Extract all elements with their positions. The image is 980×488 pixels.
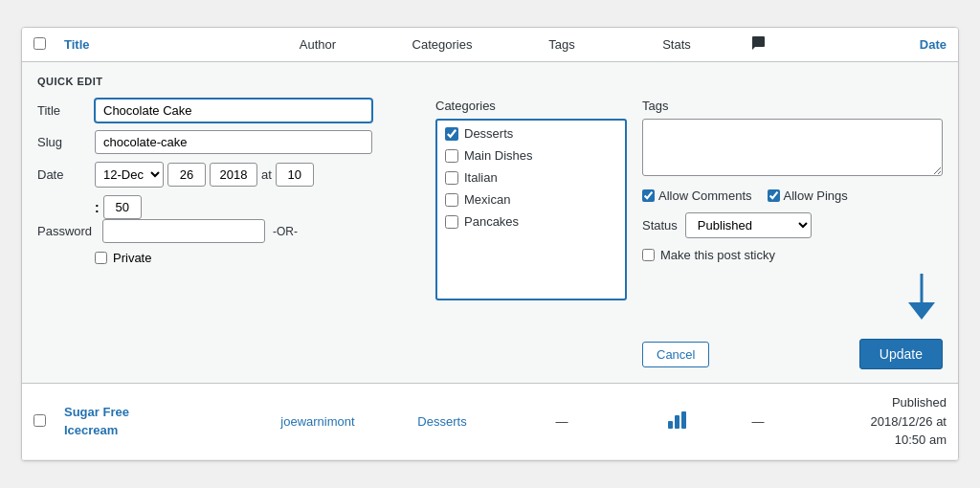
allow-comments-text: Allow Comments xyxy=(658,189,752,203)
qe-colon: : xyxy=(95,200,100,215)
cat-desserts-label[interactable]: Desserts xyxy=(464,126,513,141)
col-comment-icon xyxy=(734,35,782,54)
qe-minute-input[interactable] xyxy=(103,195,142,219)
qe-right-col: Tags Allow Comments Allow Pings Status xyxy=(642,99,943,369)
allow-pings-text: Allow Pings xyxy=(784,189,848,203)
post-title-line1: Sugar Free xyxy=(64,405,129,419)
allow-comments-label[interactable]: Allow Comments xyxy=(642,189,752,203)
arrow-container xyxy=(642,274,943,320)
cat-mexican-label[interactable]: Mexican xyxy=(464,192,510,207)
post-select-checkbox[interactable] xyxy=(33,414,46,427)
category-item-main-dishes[interactable]: Main Dishes xyxy=(445,148,617,163)
qe-hour-input[interactable] xyxy=(276,163,314,187)
qe-status-row: Status Published Draft Pending Review xyxy=(642,212,943,238)
col-date[interactable]: Date xyxy=(920,37,947,52)
qe-date-field: Date 12-Dec at xyxy=(37,162,420,188)
col-title[interactable]: Title xyxy=(64,37,256,52)
post-title-line2: Icecream xyxy=(64,423,118,437)
cat-pancakes-checkbox[interactable] xyxy=(445,215,458,229)
category-item-pancakes[interactable]: Pancakes xyxy=(445,214,617,229)
post-row-comment: — xyxy=(734,414,782,429)
post-date-line2: 2018/12/26 at xyxy=(870,414,947,429)
category-item-italian[interactable]: Italian xyxy=(445,170,617,185)
qe-month-select[interactable]: 12-Dec xyxy=(95,162,164,188)
stats-bar-1 xyxy=(668,421,673,429)
qe-slug-field: Slug xyxy=(37,130,420,154)
allow-comments-checkbox[interactable] xyxy=(642,189,655,202)
qe-title-label: Title xyxy=(37,103,95,118)
stats-bar-3 xyxy=(681,411,686,429)
svg-marker-1 xyxy=(908,302,935,320)
qe-actions-row: Cancel Update xyxy=(642,331,943,369)
qe-day-input[interactable] xyxy=(167,163,206,187)
post-date-line3: 10:50 am xyxy=(895,433,947,447)
qe-date-label: Date xyxy=(37,167,95,182)
stats-bar-2 xyxy=(675,415,679,429)
post-row-select[interactable] xyxy=(33,414,64,430)
post-row-date: Published 2018/12/26 at 10:50 am xyxy=(870,393,947,450)
qe-or-label: -OR- xyxy=(273,225,298,238)
col-stats[interactable]: Stats xyxy=(619,37,734,52)
allow-pings-label[interactable]: Allow Pings xyxy=(768,189,848,203)
post-row-stats xyxy=(619,411,734,432)
qe-left-col: Title Slug Date 12-Dec xyxy=(37,99,420,369)
col-author[interactable]: Author xyxy=(256,37,380,52)
cat-pancakes-label[interactable]: Pancakes xyxy=(464,214,519,229)
qe-title-field: Title xyxy=(37,99,420,122)
post-author-link[interactable]: joewarnimont xyxy=(280,414,354,429)
qe-password-label: Password xyxy=(37,224,95,238)
qe-sticky-label[interactable]: Make this post sticky xyxy=(660,248,775,262)
qe-password-input[interactable] xyxy=(102,219,265,243)
quick-edit-panel: QUICK EDIT Title Slug Date xyxy=(22,62,958,384)
post-row-author[interactable]: joewarnimont xyxy=(256,414,380,429)
category-item-desserts[interactable]: Desserts xyxy=(445,126,617,141)
quick-edit-label: QUICK EDIT xyxy=(37,76,943,87)
qe-password-row: Password -OR- xyxy=(37,219,420,243)
cat-desserts-checkbox[interactable] xyxy=(445,127,458,141)
update-button[interactable]: Update xyxy=(859,339,943,369)
qe-sticky-row: Make this post sticky xyxy=(642,248,943,262)
post-date-line1: Published xyxy=(892,395,947,410)
post-category-link[interactable]: Desserts xyxy=(417,414,466,429)
qe-tags-heading: Tags xyxy=(642,99,943,113)
qe-private-checkbox[interactable] xyxy=(95,252,107,264)
qe-categories-col: Categories Desserts Main Dishes Italian xyxy=(435,99,627,369)
qe-title-input[interactable] xyxy=(95,99,372,122)
qe-categories-heading: Categories xyxy=(435,99,627,113)
qe-sticky-checkbox[interactable] xyxy=(642,249,655,261)
cat-italian-checkbox[interactable] xyxy=(445,171,458,185)
post-row-tags: — xyxy=(504,414,619,429)
qe-checkboxes-row: Allow Comments Allow Pings xyxy=(642,189,943,203)
allow-pings-checkbox[interactable] xyxy=(768,189,780,202)
col-categories[interactable]: Categories xyxy=(380,37,504,52)
qe-categories-box[interactable]: Desserts Main Dishes Italian Mexican xyxy=(435,119,627,300)
post-row-title: Sugar Free Icecream xyxy=(64,404,256,438)
quick-edit-body: Title Slug Date 12-Dec xyxy=(37,99,943,369)
wp-table-container: Title Author Categories Tags Stats Date … xyxy=(21,27,959,461)
category-item-mexican[interactable]: Mexican xyxy=(445,192,617,207)
qe-date-row: 12-Dec at xyxy=(95,162,314,188)
stats-bars xyxy=(668,411,686,429)
column-headers: Title Author Categories Tags Stats Date xyxy=(22,28,958,62)
down-arrow-icon xyxy=(908,274,935,320)
qe-private-label[interactable]: Private xyxy=(113,251,151,265)
post-row-categories: Desserts xyxy=(380,414,504,429)
col-tags[interactable]: Tags xyxy=(504,37,619,52)
post-row-sugar-free: Sugar Free Icecream joewarnimont Dessert… xyxy=(22,384,958,460)
select-all-checkbox[interactable] xyxy=(33,37,64,53)
cat-italian-label[interactable]: Italian xyxy=(464,170,498,185)
qe-status-label: Status xyxy=(642,218,678,233)
cancel-button[interactable]: Cancel xyxy=(642,342,709,367)
qe-tags-textarea[interactable] xyxy=(642,119,943,176)
cat-mexican-checkbox[interactable] xyxy=(445,193,458,207)
qe-private-row: Private xyxy=(95,251,420,265)
post-title-link[interactable]: Sugar Free Icecream xyxy=(64,405,129,436)
qe-status-select[interactable]: Published Draft Pending Review xyxy=(685,212,812,238)
qe-slug-label: Slug xyxy=(37,135,95,149)
qe-slug-input[interactable] xyxy=(95,130,372,154)
cat-main-label[interactable]: Main Dishes xyxy=(464,148,533,163)
cat-main-checkbox[interactable] xyxy=(445,149,458,163)
qe-at-label: at xyxy=(261,167,272,182)
qe-year-input[interactable] xyxy=(210,163,257,187)
select-all-input[interactable] xyxy=(33,37,46,50)
